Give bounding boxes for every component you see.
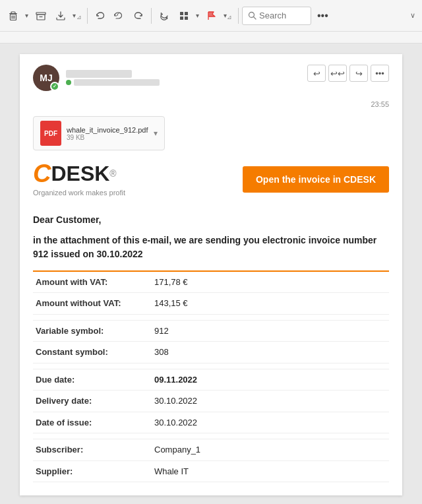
delete-dropdown[interactable]: ▾ — [23, 9, 30, 22]
search-icon — [248, 11, 256, 20]
table-row: Amount with VAT:171,78 € — [33, 271, 389, 293]
invoice-value: 308 — [152, 342, 389, 363]
invoice-value: 912 — [152, 320, 389, 342]
avatar-initials: MJ — [40, 73, 52, 83]
email-more-button[interactable]: ••• — [371, 65, 389, 82]
svg-rect-11 — [185, 16, 188, 20]
email-content: MJ ↩ ↩↩ — [20, 54, 402, 495]
grid-dropdown[interactable]: ▾ — [194, 9, 201, 22]
invoice-label: Constant symbol: — [33, 342, 152, 363]
svg-rect-10 — [180, 16, 183, 20]
invoice-label: Date of issue: — [33, 412, 152, 433]
cdesk-logo: C DESK ® Organized work makes profit — [33, 161, 125, 199]
invoice-value: Company_1 — [152, 439, 389, 461]
email-more-icon: ••• — [375, 69, 384, 79]
sender-avatar: MJ — [33, 65, 59, 91]
email-body: C DESK ® Organized work makes profit Ope… — [33, 161, 389, 482]
sync-button[interactable] — [155, 5, 173, 26]
table-row: Amount without VAT:143,15 € — [33, 293, 389, 315]
invoice-table: Amount with VAT:171,78 €Amount without V… — [33, 270, 389, 483]
reply-icon: ↩ — [313, 69, 320, 79]
table-row: Supplier:Whale IT — [33, 460, 389, 482]
invoice-value: Whale IT — [152, 460, 389, 482]
redo-button[interactable] — [129, 5, 148, 26]
search-box[interactable] — [242, 7, 311, 25]
email-header: MJ ↩ ↩↩ — [33, 65, 389, 108]
email-time-group: ↩ ↩↩ ↪ ••• 23:55 — [307, 65, 389, 108]
sender-name-bar — [66, 70, 132, 78]
attachment-chevron-icon[interactable]: ▾ — [154, 129, 158, 138]
table-row: Subscriber:Company_1 — [33, 439, 389, 461]
sender-email-row — [66, 79, 160, 86]
email-timestamp: 23:55 — [371, 100, 389, 108]
cdesk-logo-c: C — [33, 161, 51, 186]
svg-line-13 — [254, 17, 256, 20]
attachment-info: whale_it_invoice_912.pdf 39 KB — [67, 126, 148, 141]
undo-group — [91, 5, 148, 26]
attachment-size: 39 KB — [67, 134, 148, 141]
invoice-label: Supplier: — [33, 460, 152, 482]
invoice-value: 171,78 € — [152, 271, 389, 293]
email-intro: in the attachment of this e-mail, we are… — [33, 234, 389, 261]
online-dot — [66, 80, 71, 85]
more-button[interactable]: ••• — [313, 5, 333, 26]
table-row: Date of issue:30.10.2022 — [33, 412, 389, 433]
undo-button[interactable] — [91, 5, 109, 26]
chevron-down-icon: ∨ — [410, 11, 415, 19]
invoice-label: Amount with VAT: — [33, 271, 152, 293]
invoice-label: Amount without VAT: — [33, 293, 152, 315]
expand-button[interactable]: ∨ — [407, 9, 418, 22]
sep1 — [87, 8, 88, 24]
download-group: ▾ ⊿ — [51, 5, 84, 26]
svg-rect-9 — [185, 12, 188, 15]
grid-group: ▾ — [175, 5, 201, 26]
invoice-label: Due date: — [33, 369, 152, 391]
reply-button[interactable]: ↩ — [307, 65, 326, 82]
invoice-value: 143,15 € — [152, 293, 389, 315]
forward-icon: ↪ — [355, 69, 363, 79]
invoice-label: Subscriber: — [33, 439, 152, 461]
more-icon: ••• — [317, 10, 328, 21]
attachment-row[interactable]: PDF whale_it_invoice_912.pdf 39 KB ▾ — [33, 116, 165, 150]
table-row: Constant symbol:308 — [33, 342, 389, 363]
main-toolbar: ▾ ▾ ⊿ — [0, 0, 422, 32]
attachment-name: whale_it_invoice_912.pdf — [67, 126, 148, 134]
undo-all-button[interactable] — [110, 5, 129, 26]
sep3 — [238, 8, 239, 24]
forward-button[interactable]: ↪ — [349, 65, 368, 82]
cdesk-logo-main: C DESK ® — [33, 161, 125, 186]
search-input[interactable] — [259, 11, 305, 20]
invoice-value: 30.10.2022 — [152, 412, 389, 433]
sender-email-bar — [74, 79, 160, 86]
grid-button[interactable] — [175, 5, 193, 26]
svg-rect-8 — [180, 12, 183, 15]
invoice-value: 30.10.2022 — [152, 391, 389, 412]
email-sender-info: MJ — [33, 65, 160, 91]
sep2 — [151, 8, 152, 24]
sender-details — [66, 70, 160, 86]
cdesk-logo-desk: DESK — [51, 163, 109, 184]
invoice-label: Variable symbol: — [33, 320, 152, 342]
download-button[interactable] — [51, 5, 70, 26]
toolbar-row2 — [0, 32, 422, 44]
delete-button[interactable] — [4, 5, 22, 26]
pdf-icon: PDF — [40, 121, 61, 146]
flag-button[interactable] — [202, 5, 221, 26]
email-greeting: Dear Customer, — [33, 213, 389, 227]
table-row: Delivery date:30.10.2022 — [33, 391, 389, 412]
invoice-value: 09.11.2022 — [152, 369, 389, 391]
cdesk-tagline: Organized work makes profit — [33, 187, 125, 199]
table-row: Due date:09.11.2022 — [33, 369, 389, 391]
flag-group: ▾ ⊿ — [202, 5, 235, 26]
email-container: MJ ↩ ↩↩ — [0, 44, 422, 504]
archive-button[interactable] — [32, 5, 50, 26]
reply-all-icon: ↩↩ — [330, 69, 345, 79]
cdesk-header: C DESK ® Organized work makes profit Ope… — [33, 161, 389, 201]
reply-all-button[interactable]: ↩↩ — [328, 65, 347, 82]
delete-group: ▾ — [4, 5, 30, 26]
invoice-label: Delivery date: — [33, 391, 152, 412]
open-invoice-button[interactable]: Open the invoice in CDESK — [243, 166, 389, 193]
table-row: Variable symbol:912 — [33, 320, 389, 342]
cdesk-logo-reg: ® — [109, 167, 116, 181]
verified-badge — [50, 82, 59, 91]
